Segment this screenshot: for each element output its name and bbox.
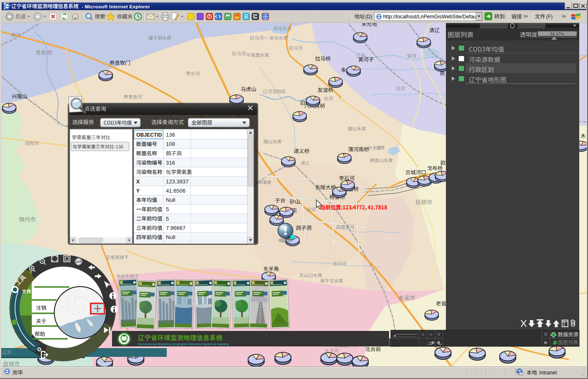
svg-text:M: M	[207, 14, 211, 19]
svg-text:V: V	[437, 332, 440, 337]
svg-text:OBJECTID: OBJECTID	[136, 132, 162, 138]
svg-text:7.96667: 7.96667	[166, 225, 186, 231]
svg-text:136: 136	[166, 132, 175, 138]
svg-text:Environmental Monitoring Geogr: Environmental Monitoring Geographic Info…	[138, 343, 229, 346]
svg-text:52.17%: 52.17%	[550, 31, 564, 36]
svg-text:Y: Y	[136, 188, 140, 194]
svg-text:Intranet: Intranet	[539, 370, 557, 376]
svg-text:(D): (D)	[365, 14, 372, 20]
svg-text:http://localhost/LnPemGisWebSi: http://localhost/LnPemGisWebSite/Defau	[383, 14, 476, 20]
svg-text:<: <	[422, 332, 425, 337]
svg-text:123.3937: 123.3937	[166, 178, 188, 185]
svg-text:V: V	[544, 332, 547, 337]
svg-text:5: 5	[166, 216, 169, 222]
svg-text:X: X	[136, 179, 140, 185]
svg-text:- Microsoft Internet Explorer: - Microsoft Internet Explorer	[81, 4, 150, 10]
svg-text:>: >	[430, 332, 433, 337]
svg-text:108: 108	[166, 141, 175, 147]
svg-text:5: 5	[166, 206, 169, 212]
svg-text:(F): (F)	[546, 14, 552, 20]
svg-text:Null: Null	[166, 234, 176, 240]
svg-text:316: 316	[166, 160, 175, 166]
svg-text:41.6506: 41.6506	[166, 188, 186, 194]
svg-text:Null: Null	[166, 197, 176, 203]
